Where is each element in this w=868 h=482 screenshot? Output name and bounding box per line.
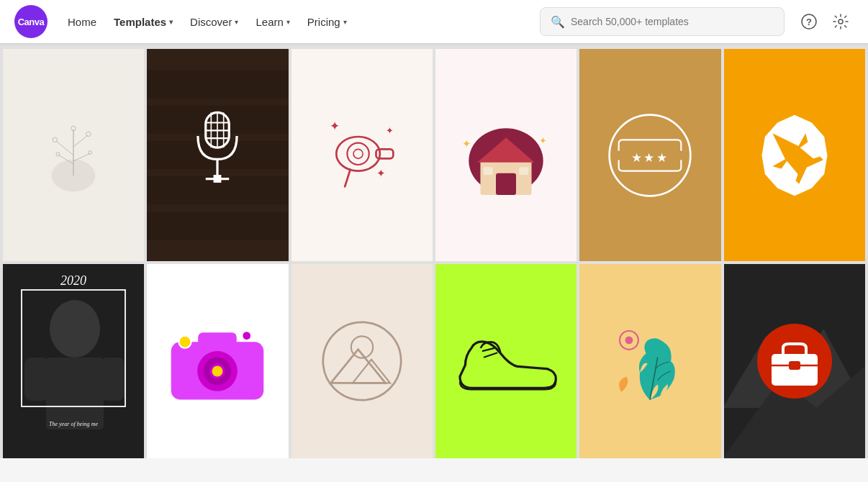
svg-text:2020: 2020 — [60, 273, 86, 288]
grid-row-2: 2020 The year of being me — [0, 264, 868, 458]
nav-templates-label: Templates — [114, 16, 166, 28]
template-leaf[interactable] — [579, 264, 720, 458]
svg-line-73 — [482, 348, 494, 351]
svg-rect-29 — [214, 175, 222, 183]
template-shoe[interactable] — [435, 264, 577, 458]
logo-text: Canva — [18, 17, 45, 27]
svg-rect-19 — [147, 212, 288, 240]
pricing-chevron-icon: ▾ — [343, 18, 347, 26]
main-nav: Home Templates ▾ Discover ▾ Learn ▾ Pric… — [60, 12, 540, 32]
template-plane[interactable] — [724, 49, 865, 261]
template-mountain[interactable] — [291, 264, 433, 458]
svg-line-6 — [73, 135, 88, 147]
mic-icon — [185, 109, 250, 202]
svg-point-76 — [625, 337, 633, 345]
nav-learn[interactable]: Learn ▾ — [248, 12, 297, 32]
svg-marker-72 — [353, 360, 390, 383]
ticket-icon: ★ ★ ★ — [603, 109, 697, 202]
template-briefcase[interactable] — [724, 264, 865, 458]
house-icon: ✦ ✦ ✦ — [456, 105, 556, 206]
mountain-placeholder-icon — [315, 314, 409, 408]
settings-button[interactable] — [828, 9, 854, 35]
hairdryer-icon: ✦ ✦ ✦ — [315, 109, 409, 202]
svg-line-74 — [484, 353, 497, 357]
svg-text:?: ? — [806, 17, 812, 27]
svg-point-69 — [323, 322, 401, 400]
svg-point-48 — [677, 150, 686, 160]
svg-rect-43 — [496, 173, 516, 194]
template-mic[interactable] — [147, 49, 288, 261]
template-plant[interactable] — [3, 49, 144, 261]
help-button[interactable]: ? — [796, 9, 822, 35]
nav-home-label: Home — [68, 16, 96, 28]
header: Canva Home Templates ▾ Discover ▾ Learn … — [0, 0, 868, 43]
nav-discover[interactable]: Discover ▾ — [183, 12, 245, 32]
discover-chevron-icon: ▾ — [235, 18, 238, 26]
svg-point-10 — [86, 132, 91, 136]
svg-point-11 — [56, 153, 60, 156]
svg-text:✦: ✦ — [329, 119, 339, 133]
svg-point-36 — [353, 149, 363, 158]
svg-rect-83 — [789, 361, 800, 370]
nav-templates[interactable]: Templates ▾ — [107, 12, 180, 32]
svg-text:★: ★ — [656, 150, 667, 164]
svg-point-47 — [615, 150, 624, 160]
plane-icon — [748, 109, 841, 202]
svg-text:✦: ✦ — [462, 137, 471, 150]
plant-illustration — [37, 112, 109, 199]
templates-chevron-icon: ▾ — [169, 18, 173, 26]
svg-text:★: ★ — [644, 150, 655, 164]
search-bar[interactable]: 🔍 — [540, 7, 785, 36]
svg-rect-62 — [199, 332, 238, 346]
svg-point-33 — [336, 137, 380, 171]
camera-icon — [163, 318, 271, 404]
svg-point-66 — [212, 365, 223, 376]
svg-point-2 — [838, 19, 843, 24]
template-portrait[interactable]: 2020 The year of being me — [3, 264, 144, 458]
svg-rect-15 — [147, 71, 288, 99]
svg-text:★: ★ — [631, 150, 642, 164]
template-ticket[interactable]: ★ ★ ★ — [579, 49, 720, 261]
svg-text:✦: ✦ — [376, 167, 385, 179]
header-actions: ? — [796, 9, 854, 35]
svg-point-68 — [243, 332, 251, 340]
svg-rect-45 — [519, 167, 528, 175]
svg-text:The year of being me: The year of being me — [49, 421, 99, 427]
shoe-icon — [448, 318, 564, 404]
frame-overlay: 2020 The year of being me — [9, 268, 138, 455]
svg-line-8 — [73, 153, 89, 160]
svg-text:✦: ✦ — [539, 135, 547, 145]
nav-pricing[interactable]: Pricing ▾ — [300, 12, 354, 32]
nav-home[interactable]: Home — [60, 12, 104, 32]
nav-pricing-label: Pricing — [307, 16, 340, 28]
nav-learn-label: Learn — [256, 16, 283, 28]
template-hairdryer[interactable]: ✦ ✦ ✦ — [291, 49, 433, 261]
search-icon: 🔍 — [551, 15, 565, 29]
svg-rect-58 — [22, 290, 125, 406]
briefcase-icon — [751, 318, 838, 404]
svg-point-35 — [347, 142, 369, 164]
svg-rect-44 — [484, 167, 493, 175]
svg-point-9 — [53, 137, 57, 142]
learn-chevron-icon: ▾ — [286, 18, 290, 26]
template-camera[interactable] — [147, 264, 288, 458]
leaf-icon — [600, 311, 700, 411]
search-input[interactable] — [571, 16, 774, 27]
svg-point-67 — [179, 336, 191, 348]
nav-discover-label: Discover — [190, 16, 232, 28]
svg-line-5 — [56, 141, 73, 155]
grid-row-1: ✦ ✦ ✦ ✦ ✦ ✦ — [0, 49, 868, 261]
svg-text:✦: ✦ — [385, 124, 393, 135]
canva-logo[interactable]: Canva — [14, 5, 48, 38]
svg-point-12 — [89, 150, 92, 154]
template-house[interactable]: ✦ ✦ ✦ — [435, 49, 577, 261]
